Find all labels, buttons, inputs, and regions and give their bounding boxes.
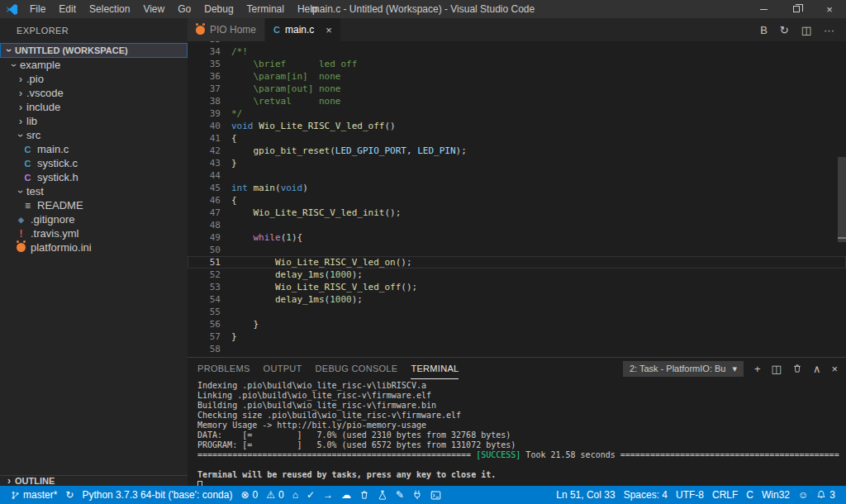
code-line-51[interactable]: 51 Wio_Lite_RISC_V_led_on(); [188,256,846,269]
maximize-panel-icon[interactable]: ∧ [813,364,821,374]
tree-item-lib[interactable]: ›lib [0,114,188,128]
code-line-41[interactable]: 41{ [188,132,846,145]
close-button[interactable]: × [813,0,846,18]
panel-tab-problems[interactable]: PROBLEMS [197,358,250,379]
code-line-43[interactable]: 43} [188,157,846,169]
code-line-45[interactable]: 45int main(void) [188,182,846,194]
menu-terminal[interactable]: Terminal [240,0,291,18]
close-tab-icon[interactable]: × [326,24,332,36]
tree-item-main-c[interactable]: Cmain.c [0,142,188,156]
tree-item--pio[interactable]: ›.pio [0,72,188,86]
status-python-interpreter[interactable]: Python 3.7.3 64-bit ('base': conda) [78,486,236,504]
status-pio-run-task[interactable]: ✎ [392,486,408,504]
status-pio-build[interactable]: ✓ [302,486,319,504]
menu-go[interactable]: Go [171,0,197,18]
code-line-58[interactable]: 58 [188,343,846,355]
menu-view[interactable]: View [136,0,171,18]
tree-item--vscode[interactable]: ›.vscode [0,86,188,100]
tab-pio-home[interactable]: PIO Home [188,18,265,41]
tree-item-example[interactable]: ›example [0,58,188,72]
split-editor-icon[interactable]: ◫ [801,24,811,36]
tree-item--travis-yml[interactable]: !.travis.yml [0,226,188,240]
tree-item-label: systick.c [37,157,78,169]
code-line-36[interactable]: 36 \param[in] none [188,70,846,83]
code-line-39[interactable]: 39*/ [188,107,846,120]
status-git-branch[interactable]: master* [7,486,61,504]
terminal-selector-dropdown[interactable]: 2: Task - PlatformIO: Bu ▾ [623,361,744,377]
status-platform[interactable]: Win32 [758,486,794,504]
code-line-47[interactable]: 47 Wio_Lite_RISC_V_led_init(); [188,207,846,219]
code-line-52[interactable]: 52 delay_1ms(1000); [188,269,846,281]
code-line-49[interactable]: 49 while(1){ [188,231,846,244]
terminal-output[interactable]: Indexing .pio\build\wio_lite_risc-v\libR… [188,379,846,486]
code-line-35[interactable]: 35 \brief led off [188,58,846,70]
code-line-34[interactable]: 34/*! [188,45,846,58]
status-warnings[interactable]: ⚠0 [262,486,288,504]
status-cursor-position[interactable]: Ln 51, Col 33 [552,486,619,504]
status-pio-clean[interactable] [355,486,373,504]
status-pio-upload[interactable]: → [319,486,337,504]
pio-refresh-icon[interactable]: ↻ [780,24,789,36]
more-actions-icon[interactable]: ··· [824,24,834,36]
code-line-57[interactable]: 57} [188,330,846,343]
tree-item-test[interactable]: ›test [0,184,188,198]
tree-item-platformio-ini[interactable]: platformio.ini [0,240,188,254]
code-line-37[interactable]: 37 \param[out] none [188,83,846,95]
kill-terminal-icon[interactable] [792,364,802,374]
pio-build-b-icon[interactable]: B [760,24,768,36]
panel-tab-terminal[interactable]: TERMINAL [411,358,459,379]
menu-selection[interactable]: Selection [83,0,136,18]
status-indentation[interactable]: Spaces: 4 [620,486,672,504]
menu-debug[interactable]: Debug [197,0,240,18]
status-notifications[interactable]: 3 [812,486,839,504]
code-line-40[interactable]: 40void Wio_Lite_RISC_V_led_off() [188,120,846,132]
code-line-46[interactable]: 46{ [188,194,846,207]
status-encoding[interactable]: UTF-8 [672,486,708,504]
restore-button[interactable] [780,0,813,18]
minimize-button[interactable] [747,0,780,18]
status-pio-home[interactable]: ⌂ [288,486,302,504]
status-sync[interactable]: ↻ [61,486,78,504]
menu-file[interactable]: File [23,0,52,18]
tree-item-systick-c[interactable]: Csystick.c [0,156,188,170]
code-line-44[interactable]: 44 [188,169,846,182]
code-line-50[interactable]: 50 [188,244,846,256]
status-pio-serial-monitor[interactable] [408,486,426,504]
code-editor[interactable]: 3334/*!35 \brief led off36 \param[in] no… [188,41,846,357]
panel-tab-debug-console[interactable]: DEBUG CONSOLE [316,358,398,379]
tree-item-src[interactable]: ›src [0,128,188,142]
new-terminal-icon[interactable]: + [754,364,761,374]
chevron-right-icon: › [15,102,26,113]
status-errors[interactable]: ⊗0 [236,486,262,504]
status-indentation-label: Spaces: 4 [624,489,668,501]
editor-scrollbar[interactable] [838,157,846,242]
split-terminal-icon[interactable]: ◫ [772,364,782,374]
code-line-38[interactable]: 38 \retval none [188,95,846,107]
code-line-56[interactable]: 56 } [188,318,846,330]
tree-item--gitignore[interactable]: ◆.gitignore [0,212,188,226]
outline-section-header[interactable]: › OUTLINE [0,475,188,486]
status-feedback[interactable]: ☺ [794,486,812,504]
status-eol[interactable]: CRLF [708,486,742,504]
workspace-root-row[interactable]: › UNTITLED (WORKSPACE) [0,43,188,58]
tab-main-c[interactable]: Cmain.c× [265,18,341,41]
explorer-header: EXPLORER [0,18,188,43]
code-line-54[interactable]: 54 delay_1ms(1000); [188,293,846,306]
close-panel-icon[interactable]: × [831,364,838,374]
code-line-42[interactable]: 42 gpio_bit_reset(LED_GPIO_PORT, LED_PIN… [188,145,846,157]
tree-item-label: include [26,101,60,113]
code-line-48[interactable]: 48 [188,219,846,231]
chevron-right-icon: › [3,475,15,487]
status-language-mode[interactable]: C [742,486,758,504]
tree-item-include[interactable]: ›include [0,100,188,114]
code-line-53[interactable]: 53 Wio_Lite_RISC_V_led_off(); [188,281,846,293]
tree-item-readme[interactable]: ≡README [0,198,188,212]
menu-edit[interactable]: Edit [52,0,83,18]
status-pio-new-terminal[interactable] [426,486,445,504]
panel-tab-output[interactable]: OUTPUT [264,358,302,379]
status-pio-test[interactable] [373,486,392,504]
code-text [221,306,231,318]
code-line-55[interactable]: 55 [188,306,846,318]
tree-item-systick-h[interactable]: Csystick.h [0,170,188,184]
status-pio-remote-upload[interactable]: ☁ [337,486,355,504]
